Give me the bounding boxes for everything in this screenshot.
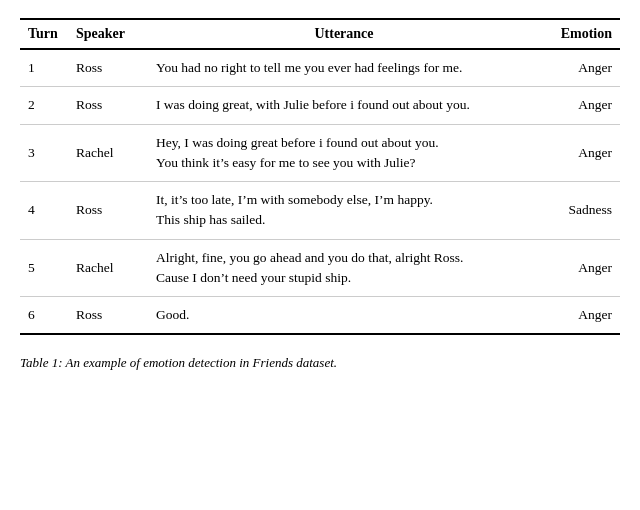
table-row: 4RossIt, it’s too late, I’m with somebod… [20, 182, 620, 240]
cell-utterance: I was doing great, with Julie before i f… [148, 87, 540, 124]
cell-speaker: Ross [68, 182, 148, 240]
cell-utterance: Good. [148, 297, 540, 335]
cell-emotion: Anger [540, 297, 620, 335]
cell-speaker: Rachel [68, 124, 148, 182]
table-container: Turn Speaker Utterance Emotion 1RossYou … [0, 0, 640, 345]
table-header-row: Turn Speaker Utterance Emotion [20, 19, 620, 49]
cell-utterance: It, it’s too late, I’m with somebody els… [148, 182, 540, 240]
cell-speaker: Rachel [68, 239, 148, 297]
cell-turn: 3 [20, 124, 68, 182]
cell-turn: 6 [20, 297, 68, 335]
cell-utterance: Alright, fine, you go ahead and you do t… [148, 239, 540, 297]
utterance-header: Utterance [148, 19, 540, 49]
table-row: 1RossYou had no right to tell me you eve… [20, 49, 620, 87]
table-row: 2RossI was doing great, with Julie befor… [20, 87, 620, 124]
cell-speaker: Ross [68, 49, 148, 87]
table-caption: Table 1: An example of emotion detection… [0, 345, 640, 371]
cell-turn: 5 [20, 239, 68, 297]
speaker-header: Speaker [68, 19, 148, 49]
cell-emotion: Anger [540, 124, 620, 182]
cell-turn: 4 [20, 182, 68, 240]
cell-emotion: Anger [540, 49, 620, 87]
table-row: 5RachelAlright, fine, you go ahead and y… [20, 239, 620, 297]
cell-utterance: You had no right to tell me you ever had… [148, 49, 540, 87]
cell-emotion: Anger [540, 239, 620, 297]
cell-turn: 2 [20, 87, 68, 124]
cell-speaker: Ross [68, 297, 148, 335]
cell-utterance: Hey, I was doing great before i found ou… [148, 124, 540, 182]
cell-speaker: Ross [68, 87, 148, 124]
emotion-header: Emotion [540, 19, 620, 49]
turn-header: Turn [20, 19, 68, 49]
cell-emotion: Anger [540, 87, 620, 124]
table-body: 1RossYou had no right to tell me you eve… [20, 49, 620, 334]
table-row: 3RachelHey, I was doing great before i f… [20, 124, 620, 182]
cell-turn: 1 [20, 49, 68, 87]
cell-emotion: Sadness [540, 182, 620, 240]
data-table: Turn Speaker Utterance Emotion 1RossYou … [20, 18, 620, 335]
table-row: 6RossGood.Anger [20, 297, 620, 335]
